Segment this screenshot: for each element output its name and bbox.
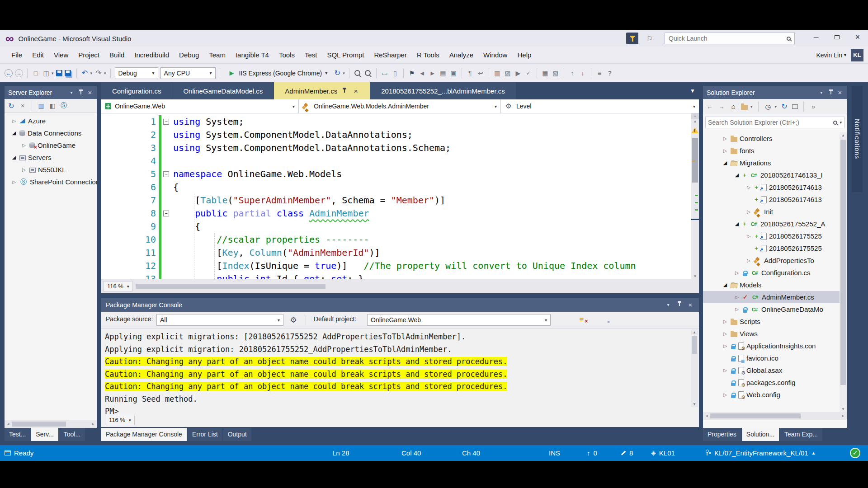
left-tab-test[interactable]: Test... <box>5 428 30 441</box>
expand-icon[interactable]: ▷ <box>722 343 728 348</box>
start-debugging-button[interactable]: ▶ IIS Express (Google Chrome) ▾ <box>224 67 331 80</box>
scroll-down-icon[interactable]: ▼ <box>691 402 698 406</box>
quick-launch-box[interactable] <box>665 33 795 44</box>
expand-icon[interactable]: ▷ <box>745 234 752 239</box>
expand-icon[interactable]: ▷ <box>21 143 27 148</box>
menu-edit[interactable]: Edit <box>27 47 49 63</box>
undo-icon[interactable]: ↶ <box>81 69 89 77</box>
add-item-icon[interactable]: ◫ <box>42 69 50 77</box>
solution-vertical-scrollbar[interactable]: ▲ ▼ <box>840 132 847 412</box>
tree-item-servers[interactable]: ◢Servers <box>5 151 97 164</box>
warning-icon[interactable] <box>691 127 698 133</box>
tree-item-azure[interactable]: ▷Azure <box>5 115 97 127</box>
package-source-dropdown[interactable]: All ▾ <box>156 314 283 326</box>
tree-item-packages-config[interactable]: packages.config <box>703 376 840 389</box>
editor-tab-configuration-cs[interactable]: Configuration.cs <box>101 82 172 99</box>
close-icon[interactable]: × <box>353 88 359 94</box>
sql-execute-icon[interactable]: ▶ <box>514 69 522 77</box>
solution-explorer-header[interactable]: Solution Explorer ▾ × <box>703 86 847 99</box>
expand-icon[interactable]: ▷ <box>11 118 17 123</box>
tree-item-scripts[interactable]: ▷Scripts <box>703 315 840 328</box>
navigate-down-icon[interactable]: ↓ <box>579 69 587 77</box>
console-header[interactable]: Package Manager Console ▾ × <box>101 298 699 312</box>
type-dropdown[interactable]: OnlineGame.Web.Models.AdminMember ▾ <box>299 99 501 113</box>
horizontal-scrollbar[interactable]: ◄ ► <box>5 420 97 428</box>
expand-icon[interactable]: ▷ <box>745 258 752 263</box>
table-relationships-icon[interactable]: ▧ <box>552 69 560 77</box>
connect-sharepoint-icon[interactable]: Ⓢ <box>60 102 68 110</box>
console-vertical-scrollbar[interactable]: ▲ ▼ <box>691 329 698 407</box>
scroll-right-icon[interactable]: ► <box>840 414 847 418</box>
status-unpushed-commits[interactable]: ↑ 0 <box>587 445 597 461</box>
maximize-button[interactable] <box>828 30 845 44</box>
project-dropdown[interactable]: OnlineGame.Web ▾ <box>101 99 299 113</box>
tree-item-addpropertiesto[interactable]: ▷AddPropertiesTo <box>703 254 840 267</box>
pin-icon[interactable] <box>78 89 83 95</box>
tree-item-controllers[interactable]: ▷Controllers <box>703 132 840 145</box>
collapse-icon[interactable]: ◢ <box>734 172 740 178</box>
menu-project[interactable]: Project <box>73 47 104 63</box>
tree-item-web-config[interactable]: ▷Web.config <box>703 389 840 401</box>
right-tab-team-exp[interactable]: Team Exp... <box>780 428 822 441</box>
menu-team[interactable]: Team <box>204 47 231 63</box>
tree-item-fonts[interactable]: ▷fonts <box>703 145 840 157</box>
scrollbar-thumb[interactable] <box>840 140 846 385</box>
menu-resharper[interactable]: ReSharper <box>369 47 412 63</box>
menu-r-tools[interactable]: R Tools <box>412 47 444 63</box>
status-branch[interactable]: KL/07_EntityFramework_KL/01 ▲ <box>705 445 816 461</box>
menu-tools[interactable]: Tools <box>274 47 300 63</box>
menu-window[interactable]: Window <box>478 47 512 63</box>
menu-test[interactable]: Test <box>300 47 322 63</box>
uncomment-icon[interactable]: ▯ <box>391 69 399 77</box>
tree-item-sharepoint-connections[interactable]: ▷ⓈSharePoint Connections <box>5 176 97 188</box>
horizontal-scrollbar[interactable]: ◄ ► <box>703 412 847 420</box>
menu-file[interactable]: File <box>6 47 27 63</box>
bookmark-icon[interactable]: ⚑ <box>408 69 416 77</box>
scroll-left-icon[interactable]: ◄ <box>5 422 12 426</box>
server-explorer-header[interactable]: Server Explorer ▾ × <box>5 86 97 99</box>
bottom-tab-package-manager-console[interactable]: Package Manager Console <box>101 428 187 441</box>
left-tab-tool[interactable]: Tool... <box>59 428 85 441</box>
left-tab-serv[interactable]: Serv... <box>31 428 58 441</box>
refresh-icon[interactable]: ↻ <box>7 102 15 110</box>
schema-compare-icon[interactable]: ▦ <box>541 69 549 77</box>
zoom-dropdown[interactable]: 116 % ▾ <box>103 281 133 291</box>
pin-icon[interactable] <box>828 89 833 95</box>
comment-icon[interactable]: ▭ <box>381 69 389 77</box>
tree-item-applicationinsights-con[interactable]: ▷ApplicationInsights.con <box>703 340 840 352</box>
bookmark-clear-icon[interactable]: ▣ <box>449 69 458 77</box>
expand-icon[interactable]: ▷ <box>734 270 740 275</box>
editor-tab-onlinegamedatamodel-cs[interactable]: OnlineGameDataModel.cs <box>172 82 274 99</box>
notifications-flag-icon[interactable]: ⚐ <box>644 33 656 44</box>
tree-item-n550jkl[interactable]: ▷N550JKL <box>5 164 97 176</box>
collapse-all-icon[interactable] <box>741 105 748 110</box>
scroll-up-icon[interactable]: ▲ <box>691 119 699 123</box>
bottom-tab-output[interactable]: Output <box>223 428 251 441</box>
close-icon[interactable]: × <box>86 89 94 97</box>
expand-icon[interactable]: ▷ <box>734 295 740 300</box>
dropdown-icon[interactable]: ▾ <box>750 104 753 109</box>
editor-horizontal-scrollbar[interactable] <box>135 282 697 290</box>
menu-debug[interactable]: Debug <box>174 47 204 63</box>
home-icon[interactable]: ⌂ <box>729 103 737 111</box>
editor-vertical-scrollbar[interactable]: ≡ ▲ ▼ <box>691 113 699 279</box>
refresh-icon[interactable]: ↻ <box>780 103 788 111</box>
scroll-left-icon[interactable]: ◄ <box>703 414 710 418</box>
editor-tab-201805261755252-bladminmember-cs[interactable]: 201805261755252_...blAdminMember.cs <box>370 82 516 99</box>
console-zoom-dropdown[interactable]: 116 % ▾ <box>105 415 135 425</box>
expand-icon[interactable]: ▷ <box>722 136 728 141</box>
expand-icon[interactable]: ▷ <box>722 331 728 336</box>
menu-view[interactable]: View <box>49 47 73 63</box>
chevron-down-icon[interactable]: ▾ <box>817 89 826 97</box>
collapse-icon[interactable]: ◢ <box>722 160 728 166</box>
code-editor[interactable]: 1−using System;2using System.ComponentMo… <box>101 113 699 279</box>
tree-item-init[interactable]: ▷Init <box>703 206 840 218</box>
collapse-icon[interactable]: ◢ <box>11 155 17 160</box>
connect-server-icon[interactable]: ◧ <box>48 102 57 110</box>
status-uncommitted-edits[interactable]: 8 <box>620 445 633 461</box>
close-button[interactable]: × <box>849 30 866 44</box>
menu-help[interactable]: Help <box>512 47 536 63</box>
save-icon[interactable] <box>56 70 62 76</box>
refresh-icon[interactable]: ↻ <box>333 69 341 77</box>
member-dropdown[interactable]: ⚙ Level ▾ <box>501 99 699 113</box>
